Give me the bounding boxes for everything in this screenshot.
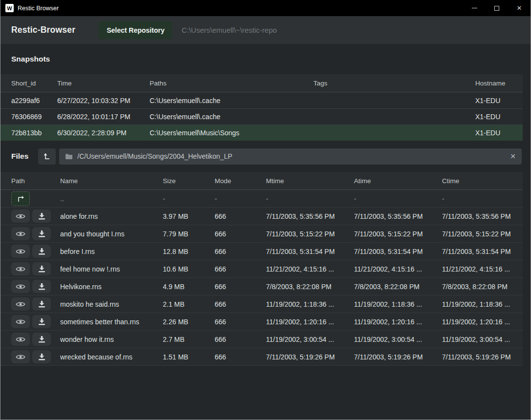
download-file-button[interactable] (32, 350, 51, 363)
select-repository-button[interactable]: Select Repository (99, 21, 172, 39)
file-ctime: 11/19/2002, 3:00:54 ... (442, 336, 523, 343)
titlebar-left: W Restic Browser (0, 4, 59, 12)
download-file-button[interactable] (32, 333, 51, 346)
file-size: 1.51 MB (163, 353, 215, 361)
eye-icon (16, 231, 25, 237)
download-icon (38, 283, 45, 290)
level-up-icon (44, 152, 50, 160)
file-name: sometimes better than.rns (60, 318, 163, 326)
maximize-button[interactable] (486, 0, 508, 16)
snapshot-paths: C:\Users\emuell\Music\Songs (150, 129, 313, 137)
file-size: 2.7 MB (163, 336, 215, 343)
download-file-button[interactable] (32, 245, 51, 258)
snapshots-section-header: Snapshots (0, 44, 531, 74)
download-file-button[interactable] (32, 315, 51, 328)
file-mode: 666 (215, 336, 266, 343)
minimize-button[interactable] (463, 0, 486, 16)
download-file-button[interactable] (32, 227, 51, 240)
file-size: 2.26 MB (163, 318, 215, 326)
files-section-header: Files /C/Users/emuell/Music/Songs/2004_H… (0, 141, 531, 172)
file-atime: 11/19/2002, 1:20:16 ... (354, 318, 442, 326)
preview-file-button[interactable] (11, 333, 30, 346)
file-row: moskito he said.rns2.1 MB66611/19/2002, … (0, 295, 523, 313)
preview-file-button[interactable] (11, 245, 30, 258)
preview-file-button[interactable] (11, 280, 30, 293)
maximize-icon (494, 6, 499, 11)
file-actions (11, 262, 60, 275)
column-header-time: Time (57, 80, 150, 87)
file-actions (11, 350, 60, 363)
preview-file-button[interactable] (11, 350, 30, 363)
file-name: .. (60, 195, 163, 203)
file-mtime: 11/19/2002, 3:00:54 ... (266, 336, 354, 343)
column-header-paths: Paths (150, 80, 313, 87)
file-ctime: 7/8/2003, 8:22:08 PM (442, 283, 523, 291)
file-path-bar[interactable]: /C/Users/emuell/Music/Songs/2004_Helveti… (59, 148, 522, 165)
file-mtime: 7/11/2003, 5:15:22 PM (266, 230, 354, 238)
download-file-button[interactable] (32, 262, 51, 275)
level-up-button[interactable] (38, 148, 56, 165)
column-header-hostname: Hostname (475, 80, 523, 87)
download-icon (38, 318, 45, 325)
snapshot-row[interactable]: 763068696/28/2022, 10:01:17 PMC:\Users\e… (0, 108, 523, 125)
eye-icon (16, 301, 25, 308)
file-row: wrecked because of.rns1.51 MB6667/11/200… (0, 348, 523, 366)
download-icon (38, 230, 45, 237)
preview-file-button[interactable] (11, 210, 30, 223)
path-clear-icon[interactable]: ✕ (510, 152, 516, 160)
wails-logo-icon: W (5, 4, 14, 12)
snapshot-row[interactable]: a2299af66/27/2022, 10:03:32 PMC:\Users\e… (0, 92, 523, 108)
download-file-button[interactable] (32, 297, 51, 311)
file-size: 12.8 MB (163, 248, 215, 255)
download-icon (38, 212, 45, 220)
snapshot-hostname: X1-EDU (475, 97, 523, 105)
file-actions (11, 315, 60, 328)
download-file-button[interactable] (32, 210, 51, 223)
minimize-icon (472, 8, 477, 8)
file-name: Helvikone.rns (60, 283, 163, 291)
file-actions (11, 227, 60, 240)
file-name: moskito he said.rns (60, 300, 163, 308)
preview-file-button[interactable] (11, 315, 30, 328)
column-header-mtime: Mtime (266, 177, 354, 185)
snapshot-row[interactable]: 72b813bb6/30/2022, 2:28:09 PMC:\Users\em… (0, 125, 523, 141)
file-ctime: 7/11/2003, 5:31:54 PM (442, 248, 523, 255)
file-size: 3.97 MB (163, 212, 215, 220)
file-row: and you thought I.rns7.79 MB6667/11/2003… (0, 225, 523, 243)
preview-file-button[interactable] (11, 227, 30, 240)
file-row: ..----- (0, 190, 523, 208)
file-row: wonder how it.rns2.7 MB66611/19/2002, 3:… (0, 331, 523, 348)
column-header-ctime: Ctime (442, 177, 523, 185)
preview-file-button[interactable] (11, 262, 30, 275)
preview-file-button[interactable] (11, 297, 30, 311)
file-atime: 11/19/2002, 1:18:36 ... (354, 300, 442, 308)
column-header-name: Name (60, 177, 163, 185)
files-table-body: ..----- alone for.rns3.97 MB6667/11/2003… (0, 190, 523, 366)
file-mode: - (215, 195, 266, 203)
file-mtime: 7/8/2003, 8:22:08 PM (266, 283, 354, 291)
eye-icon (16, 213, 25, 220)
file-ctime: - (442, 195, 523, 203)
close-button[interactable]: ✕ (508, 0, 531, 16)
file-name: and you thought I.rns (60, 230, 163, 238)
repository-path: C:\Users\emuell\~\restic-repo (181, 26, 277, 34)
file-mode: 666 (215, 318, 266, 326)
file-size: - (163, 195, 215, 203)
download-file-button[interactable] (32, 280, 51, 293)
file-atime: 7/11/2003, 5:35:56 PM (354, 212, 442, 220)
file-row: before I.rns12.8 MB6667/11/2003, 5:31:54… (0, 243, 523, 260)
file-mtime: 7/11/2003, 5:31:54 PM (266, 248, 354, 255)
file-atime: 7/11/2003, 5:31:54 PM (354, 248, 442, 255)
download-icon (38, 248, 45, 255)
folder-icon (65, 153, 73, 160)
column-header-tags: Tags (313, 80, 475, 87)
file-actions (11, 245, 60, 258)
eye-icon (16, 336, 25, 343)
file-atime: 11/19/2002, 3:00:54 ... (354, 336, 442, 343)
go-up-button[interactable] (11, 191, 30, 206)
column-header-path: Path (11, 177, 60, 185)
logo-letter: W (7, 5, 12, 11)
snapshot-hostname: X1-EDU (475, 129, 523, 137)
file-atime: 7/11/2003, 5:15:22 PM (354, 230, 442, 238)
eye-icon (16, 266, 25, 273)
